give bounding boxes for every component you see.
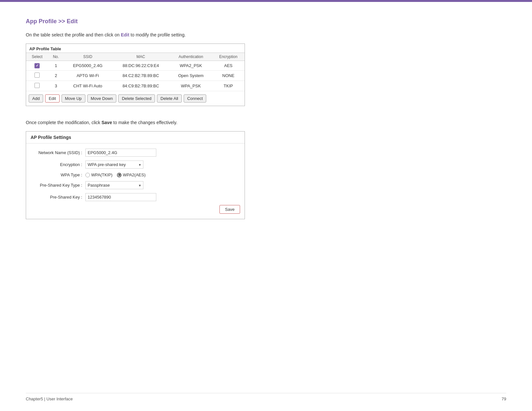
- cell-mac-2: 84:C2:B2:7B:89:BC: [112, 70, 170, 81]
- field-label-0: Network Name (SSID) :: [31, 150, 82, 155]
- checkbox-checked[interactable]: [34, 63, 40, 68]
- cell-no-1: 1: [48, 61, 63, 71]
- description2-text2: to make the changes effectively.: [112, 120, 178, 125]
- col-enc: Encryption: [212, 53, 245, 61]
- field-select-1[interactable]: WPA pre-shared keyNoneWEP: [85, 161, 143, 169]
- radio-item-wpa-tkip-[interactable]: WPA(TKIP): [85, 172, 112, 177]
- form-row-2: WPA Type :WPA(TKIP)WPA2(AES): [26, 171, 245, 179]
- cell-auth-1: WPA2_PSK: [170, 61, 212, 71]
- form-row-3: Pre-Shared Key Type :PassphraseHex: [26, 179, 245, 191]
- radio-group-2: WPA(TKIP)WPA2(AES): [85, 172, 146, 177]
- checkbox-unchecked[interactable]: [34, 83, 40, 88]
- cell-enc-1: AES: [212, 61, 245, 71]
- settings-title: AP Profile Settings: [26, 132, 245, 143]
- row-select-3[interactable]: [26, 81, 48, 91]
- form-row-1: Encryption :WPA pre-shared keyNoneWEP: [26, 159, 245, 171]
- table-row: 2APTG Wi-Fi84:C2:B2:7B:89:BCOpen SystemN…: [26, 70, 245, 81]
- description1: On the table select the profile and then…: [26, 31, 506, 38]
- delete-all-button[interactable]: Delete All: [157, 94, 182, 103]
- cell-ssid-2: APTG Wi-Fi: [64, 70, 112, 81]
- ap-profile-table: Select No. SSID MAC Authentication Encry…: [26, 53, 245, 91]
- footer-left: Chapter5 | User Interface: [26, 396, 73, 401]
- add-button[interactable]: Add: [29, 94, 43, 103]
- field-select-3[interactable]: PassphraseHex: [85, 181, 143, 189]
- radio-item-wpa2-aes-[interactable]: WPA2(AES): [117, 172, 146, 177]
- col-select: Select: [26, 53, 48, 61]
- form-row-0: Network Name (SSID) :: [26, 147, 245, 159]
- table-button-row: AddEditMove UpMove DownDelete SelectedDe…: [26, 91, 245, 106]
- description2: Once complete the modification, click Sa…: [26, 119, 506, 126]
- cell-mac-1: 88:DC:96:22:C9:E4: [112, 61, 170, 71]
- ap-profile-settings: AP Profile Settings Network Name (SSID) …: [26, 131, 245, 219]
- description1-text: On the table select the profile and then…: [26, 32, 121, 37]
- edit-button[interactable]: Edit: [45, 94, 59, 103]
- description1-text2: to modify the profile setting.: [129, 32, 186, 37]
- connect-button[interactable]: Connect: [184, 94, 206, 103]
- field-input-4[interactable]: [85, 193, 156, 201]
- ap-profile-table-container: AP Profile Table Select No. SSID MAC Aut…: [26, 44, 245, 106]
- move-up-button[interactable]: Move Up: [62, 94, 85, 103]
- description2-text: Once complete the modification, click: [26, 120, 102, 125]
- radio-unchecked-icon: [85, 173, 90, 177]
- row-select-1[interactable]: [26, 61, 48, 71]
- select-wrapper-3: PassphraseHex: [85, 181, 143, 189]
- description1-highlight: Edit: [121, 32, 129, 37]
- col-no: No.: [48, 53, 63, 61]
- cell-no-3: 3: [48, 81, 63, 91]
- cell-enc-3: TKIP: [212, 81, 245, 91]
- cell-enc-2: NONE: [212, 70, 245, 81]
- radio-label-0: WPA(TKIP): [91, 172, 112, 177]
- field-label-3: Pre-Shared Key Type :: [31, 183, 82, 188]
- field-label-2: WPA Type :: [31, 172, 82, 177]
- cell-no-2: 2: [48, 70, 63, 81]
- cell-ssid-3: CHT Wi-Fi Auto: [64, 81, 112, 91]
- field-label-1: Encryption :: [31, 162, 82, 167]
- cell-mac-3: 84:C9:B2:7B:89:BC: [112, 81, 170, 91]
- cell-auth-3: WPA_PSK: [170, 81, 212, 91]
- table-row: 1EPG5000_2.4G88:DC:96:22:C9:E4WPA2_PSKAE…: [26, 61, 245, 71]
- field-input-0[interactable]: [85, 149, 156, 157]
- form-row-4: Pre-Shared Key :: [26, 191, 245, 203]
- footer: Chapter5 | User Interface 79: [26, 393, 506, 401]
- table-row: 3CHT Wi-Fi Auto84:C9:B2:7B:89:BCWPA_PSKT…: [26, 81, 245, 91]
- cell-auth-2: Open System: [170, 70, 212, 81]
- col-auth: Authentication: [170, 53, 212, 61]
- select-wrapper-1: WPA pre-shared keyNoneWEP: [85, 161, 143, 169]
- save-row: Save: [26, 203, 245, 214]
- footer-right: 79: [502, 396, 506, 401]
- save-button[interactable]: Save: [219, 205, 240, 214]
- move-down-button[interactable]: Move Down: [87, 94, 117, 103]
- ap-profile-table-title: AP Profile Table: [26, 44, 245, 53]
- radio-checked-icon: [117, 173, 121, 177]
- delete-selected-button[interactable]: Delete Selected: [118, 94, 155, 103]
- breadcrumb: App Profile >> Edit: [26, 18, 506, 25]
- radio-label-1: WPA2(AES): [123, 172, 146, 177]
- field-label-4: Pre-Shared Key :: [31, 195, 82, 200]
- cell-ssid-1: EPG5000_2.4G: [64, 61, 112, 71]
- col-mac: MAC: [112, 53, 170, 61]
- checkbox-unchecked[interactable]: [34, 73, 40, 78]
- row-select-2[interactable]: [26, 70, 48, 81]
- col-ssid: SSID: [64, 53, 112, 61]
- description2-highlight: Save: [102, 120, 112, 125]
